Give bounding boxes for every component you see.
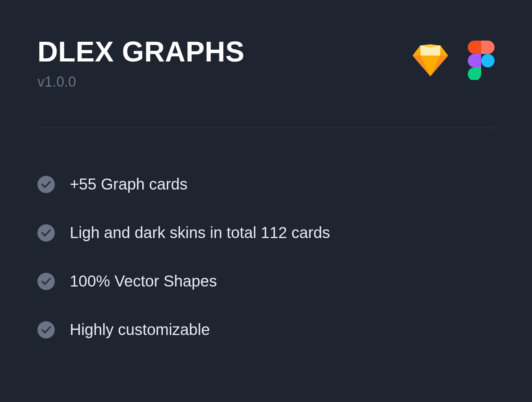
- figma-icon: [468, 41, 495, 80]
- page-title: DLEX GRAPHS: [37, 37, 245, 66]
- header: DLEX GRAPHS v1.0.0: [37, 37, 495, 90]
- version-label: v1.0.0: [37, 74, 245, 90]
- divider: [37, 128, 495, 128]
- svg-point-12: [481, 54, 495, 67]
- svg-point-14: [37, 224, 55, 242]
- feature-text: 100% Vector Shapes: [70, 272, 217, 290]
- title-block: DLEX GRAPHS v1.0.0: [37, 37, 245, 90]
- svg-point-13: [37, 176, 55, 193]
- feature-text: Highly customizable: [70, 321, 210, 339]
- svg-point-15: [37, 273, 55, 290]
- feature-item: 100% Vector Shapes: [37, 272, 495, 290]
- feature-text: Ligh and dark skins in total 112 cards: [70, 224, 330, 242]
- check-icon: [37, 176, 55, 193]
- tool-icons: [413, 37, 495, 80]
- check-icon: [37, 224, 55, 242]
- feature-item: +55 Graph cards: [37, 175, 495, 193]
- feature-item: Highly customizable: [37, 321, 495, 339]
- sketch-icon: [413, 44, 448, 76]
- features-list: +55 Graph cards Ligh and dark skins in t…: [37, 175, 495, 339]
- svg-point-16: [37, 321, 55, 339]
- feature-item: Ligh and dark skins in total 112 cards: [37, 224, 495, 242]
- svg-marker-3: [413, 45, 420, 56]
- check-icon: [37, 273, 55, 290]
- feature-text: +55 Graph cards: [70, 175, 188, 193]
- svg-marker-4: [440, 45, 448, 56]
- check-icon: [37, 321, 55, 339]
